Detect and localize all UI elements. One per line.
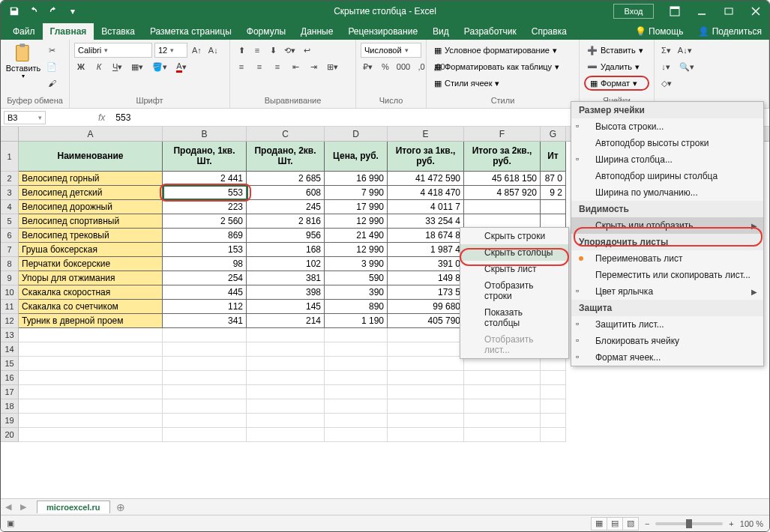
cell[interactable]: [325, 357, 388, 371]
cell[interactable]: 390: [325, 285, 388, 300]
cell[interactable]: [247, 385, 325, 399]
fill-icon[interactable]: ↓▾: [659, 59, 673, 74]
login-button[interactable]: Вход: [613, 4, 654, 19]
menu-item[interactable]: Автоподбор ширины столбца: [571, 168, 763, 184]
row-header[interactable]: 10: [1, 285, 19, 300]
cell[interactable]: [464, 200, 541, 214]
cell[interactable]: 2 560: [163, 214, 247, 229]
menu-hide-sheet[interactable]: Скрыть лист: [460, 261, 568, 277]
cell[interactable]: 3 990: [325, 257, 388, 271]
cell[interactable]: 4 011 7: [388, 200, 464, 214]
cell[interactable]: [325, 399, 388, 414]
add-sheet-icon[interactable]: ⊕: [116, 501, 125, 513]
fill-color-icon[interactable]: 🪣▾: [150, 59, 169, 74]
cell[interactable]: 869: [163, 229, 247, 243]
cell[interactable]: Скакалка скоростная: [19, 285, 163, 300]
cell[interactable]: 21 490: [325, 229, 388, 243]
page-break-view-icon[interactable]: ▧: [622, 517, 639, 531]
tab-formulas[interactable]: Формулы: [239, 23, 293, 40]
cell[interactable]: 553: [163, 186, 247, 200]
cell[interactable]: [163, 371, 247, 385]
cell[interactable]: 214: [247, 314, 325, 328]
row-header[interactable]: 13: [1, 328, 19, 342]
menu-hide-rows[interactable]: Скрыть строки: [460, 228, 568, 244]
cell[interactable]: [163, 428, 247, 442]
zoom-level[interactable]: 100 %: [740, 519, 763, 528]
cell[interactable]: [163, 342, 247, 357]
cell[interactable]: [541, 399, 566, 414]
tab-data[interactable]: Данные: [293, 23, 340, 40]
cell[interactable]: [163, 357, 247, 371]
cell[interactable]: [464, 385, 541, 399]
menu-item[interactable]: ▫Блокировать ячейку: [571, 333, 763, 349]
col-header-C[interactable]: C: [247, 127, 325, 141]
cell[interactable]: [19, 371, 163, 385]
cell[interactable]: [541, 385, 566, 399]
menu-item[interactable]: Переименовать лист: [571, 250, 763, 267]
name-box[interactable]: B3▾: [4, 111, 46, 124]
cell[interactable]: 381: [247, 271, 325, 285]
cell[interactable]: [325, 385, 388, 399]
font-name-combo[interactable]: Calibri▾: [74, 43, 152, 58]
borders-icon[interactable]: ▦▾: [129, 59, 145, 74]
menu-item[interactable]: ▫Цвет ярлычка▶: [571, 283, 763, 300]
cell[interactable]: [163, 414, 247, 428]
find-icon[interactable]: 🔍▾: [677, 59, 697, 74]
clear-icon[interactable]: ◇▾: [659, 76, 674, 91]
cell[interactable]: 1 987 4: [388, 243, 464, 257]
row-header[interactable]: 19: [1, 414, 19, 428]
cell[interactable]: [388, 385, 464, 399]
row-header[interactable]: 11: [1, 300, 19, 314]
cell[interactable]: 4 418 470: [388, 186, 464, 200]
row-header[interactable]: 6: [1, 229, 19, 243]
cell[interactable]: [388, 399, 464, 414]
table-header[interactable]: Продано, 1кв. Шт.: [163, 142, 247, 172]
indent-inc-icon[interactable]: ⇥: [307, 59, 320, 74]
cell[interactable]: [247, 414, 325, 428]
sheet-prev-icon[interactable]: ◀: [1, 502, 16, 512]
cell[interactable]: 2 816: [247, 214, 325, 229]
cell[interactable]: [163, 399, 247, 414]
menu-hide-cols[interactable]: Скрыть столбцы: [460, 244, 568, 261]
cell[interactable]: [464, 371, 541, 385]
cell[interactable]: [541, 200, 566, 214]
align-right-icon[interactable]: ≡: [271, 59, 284, 74]
align-bottom-icon[interactable]: ⬇: [266, 43, 280, 58]
insert-cells-button[interactable]: ➕ Вставить ▾: [584, 43, 649, 58]
cell[interactable]: [464, 428, 541, 442]
col-header-A[interactable]: A: [19, 127, 163, 141]
row-header[interactable]: 14: [1, 342, 19, 357]
row-header[interactable]: 15: [1, 357, 19, 371]
tab-view[interactable]: Вид: [425, 23, 457, 40]
table-header[interactable]: Итого за 2кв., руб.: [464, 142, 541, 172]
cell[interactable]: 341: [163, 314, 247, 328]
ribbon-options-icon[interactable]: [661, 1, 688, 22]
cell[interactable]: [388, 414, 464, 428]
cell[interactable]: 254: [163, 271, 247, 285]
cell[interactable]: 956: [247, 229, 325, 243]
save-icon[interactable]: [5, 2, 23, 20]
cell[interactable]: 9 2: [541, 186, 566, 200]
menu-item[interactable]: ▫Ширина столбца...: [571, 151, 763, 168]
zoom-out-icon[interactable]: −: [645, 519, 649, 528]
wrap-text-icon[interactable]: ↩: [300, 43, 313, 58]
close-icon[interactable]: [742, 1, 769, 22]
cell[interactable]: Велосипед трековый: [19, 229, 163, 243]
cell[interactable]: 608: [247, 186, 325, 200]
align-left-icon[interactable]: ≡: [235, 59, 248, 74]
percent-icon[interactable]: %: [379, 59, 392, 74]
align-center-icon[interactable]: ≡: [253, 59, 266, 74]
cell[interactable]: Груша боксерская: [19, 243, 163, 257]
shrink-font-icon[interactable]: A↓: [206, 43, 220, 58]
table-header[interactable]: Продано, 2кв. Шт.: [247, 142, 325, 172]
format-cells-button[interactable]: ▦ Формат ▾: [584, 76, 649, 91]
menu-item[interactable]: Автоподбор высоты строки: [571, 135, 763, 151]
cell[interactable]: [325, 342, 388, 357]
cell[interactable]: [19, 357, 163, 371]
menu-show-cols[interactable]: Показать столбцы: [460, 304, 568, 331]
cell[interactable]: Велосипед горный: [19, 172, 163, 186]
page-layout-view-icon[interactable]: ▤: [607, 517, 623, 531]
sort-filter-icon[interactable]: A↓▾: [676, 43, 694, 58]
cell[interactable]: [325, 328, 388, 342]
tab-review[interactable]: Рецензирование: [340, 23, 425, 40]
